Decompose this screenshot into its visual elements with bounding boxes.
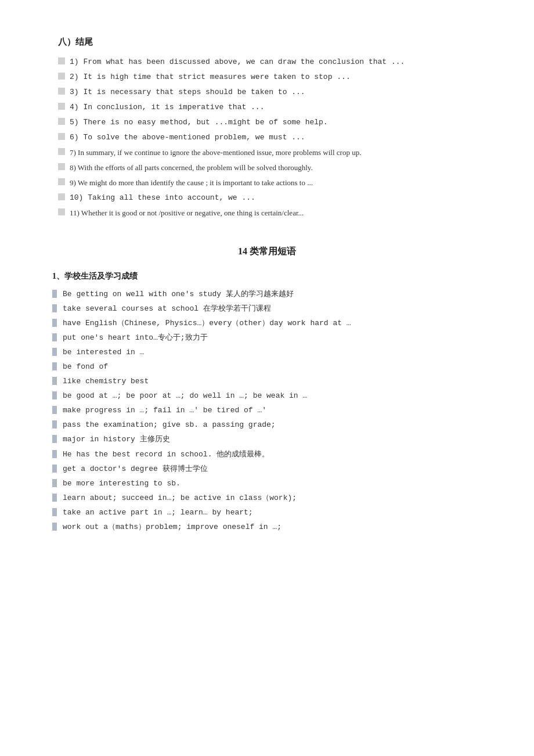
list-item: be fond of bbox=[46, 361, 488, 373]
phrase-bar-icon bbox=[52, 450, 57, 458]
section-title-ending: 八）结尾 bbox=[46, 35, 488, 50]
phrase-bar-icon bbox=[52, 377, 57, 385]
list-bar-icon bbox=[58, 178, 65, 185]
phrase-bar-icon bbox=[52, 435, 57, 443]
phrase-bar-icon bbox=[52, 333, 57, 341]
list-item: 9) We might do more than identify the ca… bbox=[46, 177, 488, 189]
list-item: 1) From what has been discussed above, w… bbox=[46, 56, 488, 69]
list-item: be good at …; be poor at …; do well in …… bbox=[46, 390, 488, 402]
list-bar-icon bbox=[58, 57, 65, 64]
list-item: be more interesting to sb. bbox=[46, 477, 488, 490]
list-bar-icon bbox=[58, 88, 65, 95]
phrase-bar-icon bbox=[52, 362, 57, 370]
list-bar-icon bbox=[58, 193, 65, 200]
phrases-sub-title: 1、学校生活及学习成绩 bbox=[46, 269, 488, 283]
list-item: learn about; succeed in…; be active in c… bbox=[46, 492, 488, 505]
phrase-bar-icon bbox=[52, 494, 57, 502]
list-item: have English（Chinese, Physics…）every（oth… bbox=[46, 317, 488, 330]
list-bar-icon bbox=[58, 103, 65, 110]
list-item: 6) To solve the above-mentioned problem,… bbox=[46, 131, 488, 144]
list-item: 7) In summary, if we continue to ignore … bbox=[46, 146, 488, 159]
phrase-bar-icon bbox=[52, 479, 57, 487]
list-bar-icon bbox=[58, 148, 65, 155]
list-item: work out a（maths）problem; improve onesel… bbox=[46, 521, 488, 534]
list-item: be interested in … bbox=[46, 346, 488, 359]
phrase-bar-icon bbox=[52, 420, 57, 429]
list-bar-icon bbox=[58, 73, 65, 80]
list-item: get a doctor's degree 获得博士学位 bbox=[46, 463, 488, 476]
list-item: like chemistry best bbox=[46, 375, 488, 388]
phrase-bar-icon bbox=[52, 304, 57, 312]
phrases-list: Be getting on well with one's study 某人的学… bbox=[46, 288, 488, 534]
list-item: 4) In conclusion, it is imperative that … bbox=[46, 101, 488, 114]
phrase-bar-icon bbox=[52, 523, 57, 531]
list-item: He has the best record in school. 他的成绩最棒… bbox=[46, 448, 488, 461]
list-item: 10) Taking all these into account, we ..… bbox=[46, 192, 488, 204]
list-bar-icon bbox=[58, 133, 65, 140]
phrase-bar-icon bbox=[52, 290, 57, 298]
section-phrases: 14 类常用短语 1、学校生活及学习成绩 Be getting on well … bbox=[46, 243, 488, 534]
list-item: take an active part in …; learn… by hear… bbox=[46, 506, 488, 519]
list-item: major in history 主修历史 bbox=[46, 433, 488, 446]
list-item: put one's heart into…专心于;致力于 bbox=[46, 332, 488, 344]
list-bar-icon bbox=[58, 118, 65, 125]
list-item: 8) With the efforts of all parts concern… bbox=[46, 161, 488, 174]
phrase-bar-icon bbox=[52, 348, 57, 356]
list-item: 2) It is high time that strict measures … bbox=[46, 71, 488, 84]
phrase-bar-icon bbox=[52, 465, 57, 473]
list-item: 3) It is necessary that steps should be … bbox=[46, 86, 488, 99]
list-item: 5) There is no easy method, but ...might… bbox=[46, 116, 488, 129]
list-item: pass the examination; give sb. a passing… bbox=[46, 419, 488, 431]
phrase-bar-icon bbox=[52, 508, 57, 516]
list-item: 11) Whether it is good or not /positive … bbox=[46, 207, 488, 219]
list-bar-icon bbox=[58, 208, 65, 215]
phrase-bar-icon bbox=[52, 406, 57, 414]
list-item: take several courses at school 在学校学若干门课程 bbox=[46, 303, 488, 315]
ending-items-list: 1) From what has been discussed above, w… bbox=[46, 56, 488, 220]
phrases-center-title: 14 类常用短语 bbox=[46, 243, 488, 259]
list-item: make progress in …; fail in …' be tired … bbox=[46, 404, 488, 417]
phrase-bar-icon bbox=[52, 391, 57, 399]
list-bar-icon bbox=[58, 163, 65, 170]
list-item: Be getting on well with one's study 某人的学… bbox=[46, 288, 488, 301]
phrase-bar-icon bbox=[52, 319, 57, 327]
section-ending: 八）结尾 1) From what has been discussed abo… bbox=[46, 35, 488, 220]
